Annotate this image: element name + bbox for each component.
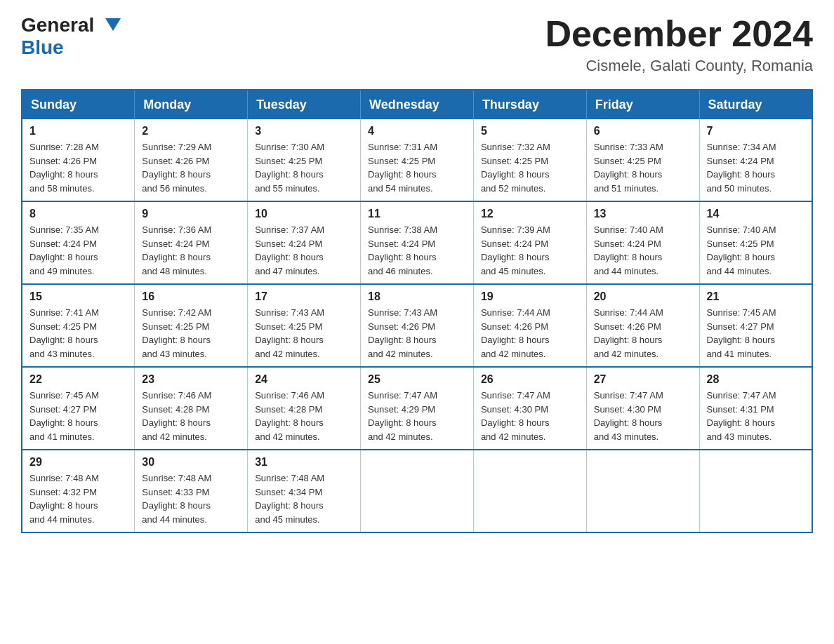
- header-monday: Monday: [135, 90, 248, 119]
- day-info: Sunrise: 7:47 AMSunset: 4:31 PMDaylight:…: [707, 389, 805, 443]
- week-row-2: 8Sunrise: 7:35 AMSunset: 4:24 PMDaylight…: [22, 201, 812, 284]
- day-info: Sunrise: 7:29 AMSunset: 4:26 PMDaylight:…: [142, 140, 240, 195]
- day-number: 31: [255, 456, 353, 469]
- day-info: Sunrise: 7:35 AMSunset: 4:24 PMDaylight:…: [29, 223, 127, 278]
- month-title: December 2024: [545, 14, 813, 54]
- day-cell: 30Sunrise: 7:48 AMSunset: 4:33 PMDayligh…: [135, 450, 248, 532]
- day-info: Sunrise: 7:28 AMSunset: 4:26 PMDaylight:…: [29, 140, 127, 195]
- day-cell: 6Sunrise: 7:33 AMSunset: 4:25 PMDaylight…: [586, 119, 699, 201]
- day-info: Sunrise: 7:37 AMSunset: 4:24 PMDaylight:…: [255, 223, 353, 278]
- day-info: Sunrise: 7:39 AMSunset: 4:24 PMDaylight:…: [481, 223, 579, 278]
- day-cell: 9Sunrise: 7:36 AMSunset: 4:24 PMDaylight…: [135, 201, 248, 284]
- day-info: Sunrise: 7:45 AMSunset: 4:27 PMDaylight:…: [29, 389, 127, 443]
- day-info: Sunrise: 7:43 AMSunset: 4:26 PMDaylight:…: [368, 306, 466, 361]
- day-cell: 2Sunrise: 7:29 AMSunset: 4:26 PMDaylight…: [135, 119, 248, 201]
- day-number: 21: [707, 290, 805, 303]
- week-row-5: 29Sunrise: 7:48 AMSunset: 4:32 PMDayligh…: [22, 450, 812, 532]
- day-cell: 31Sunrise: 7:48 AMSunset: 4:34 PMDayligh…: [248, 450, 361, 532]
- day-number: 24: [255, 373, 353, 386]
- logo: General Blue: [21, 14, 121, 59]
- day-info: Sunrise: 7:40 AMSunset: 4:25 PMDaylight:…: [707, 223, 805, 278]
- day-number: 7: [707, 125, 805, 137]
- day-number: 1: [29, 125, 127, 137]
- header-wednesday: Wednesday: [361, 90, 474, 119]
- day-number: 8: [29, 208, 127, 220]
- day-cell: 22Sunrise: 7:45 AMSunset: 4:27 PMDayligh…: [22, 367, 135, 450]
- day-cell: 19Sunrise: 7:44 AMSunset: 4:26 PMDayligh…: [473, 284, 586, 367]
- day-info: Sunrise: 7:48 AMSunset: 4:34 PMDaylight:…: [255, 471, 353, 526]
- day-cell: [361, 450, 474, 532]
- day-number: 9: [142, 208, 240, 220]
- day-cell: 7Sunrise: 7:34 AMSunset: 4:24 PMDaylight…: [699, 119, 812, 201]
- header-friday: Friday: [586, 90, 699, 119]
- day-number: 5: [481, 125, 579, 137]
- header-tuesday: Tuesday: [248, 90, 361, 119]
- day-cell: 29Sunrise: 7:48 AMSunset: 4:32 PMDayligh…: [22, 450, 135, 532]
- day-cell: 26Sunrise: 7:47 AMSunset: 4:30 PMDayligh…: [473, 367, 586, 450]
- day-number: 3: [255, 125, 353, 137]
- day-number: 30: [142, 456, 240, 469]
- day-cell: 3Sunrise: 7:30 AMSunset: 4:25 PMDaylight…: [248, 119, 361, 201]
- day-info: Sunrise: 7:46 AMSunset: 4:28 PMDaylight:…: [142, 389, 240, 443]
- day-cell: 24Sunrise: 7:46 AMSunset: 4:28 PMDayligh…: [248, 367, 361, 450]
- day-cell: 12Sunrise: 7:39 AMSunset: 4:24 PMDayligh…: [473, 201, 586, 284]
- day-cell: 25Sunrise: 7:47 AMSunset: 4:29 PMDayligh…: [361, 367, 474, 450]
- logo-general-text: General: [21, 14, 94, 36]
- header-saturday: Saturday: [699, 90, 812, 119]
- header-sunday: Sunday: [22, 90, 135, 119]
- day-number: 2: [142, 125, 240, 137]
- day-cell: 21Sunrise: 7:45 AMSunset: 4:27 PMDayligh…: [699, 284, 812, 367]
- day-cell: [473, 450, 586, 532]
- day-number: 17: [255, 290, 353, 303]
- day-number: 6: [594, 125, 692, 137]
- logo-blue-text: Blue: [21, 36, 64, 58]
- day-info: Sunrise: 7:31 AMSunset: 4:25 PMDaylight:…: [368, 140, 466, 195]
- day-info: Sunrise: 7:44 AMSunset: 4:26 PMDaylight:…: [481, 306, 579, 361]
- day-cell: 1Sunrise: 7:28 AMSunset: 4:26 PMDaylight…: [22, 119, 135, 201]
- day-info: Sunrise: 7:36 AMSunset: 4:24 PMDaylight:…: [142, 223, 240, 278]
- day-info: Sunrise: 7:47 AMSunset: 4:30 PMDaylight:…: [594, 389, 692, 443]
- day-info: Sunrise: 7:45 AMSunset: 4:27 PMDaylight:…: [707, 306, 805, 361]
- day-cell: 11Sunrise: 7:38 AMSunset: 4:24 PMDayligh…: [361, 201, 474, 284]
- day-cell: [586, 450, 699, 532]
- day-number: 14: [707, 208, 805, 220]
- day-number: 29: [29, 456, 127, 469]
- day-info: Sunrise: 7:43 AMSunset: 4:25 PMDaylight:…: [255, 306, 353, 361]
- day-cell: 17Sunrise: 7:43 AMSunset: 4:25 PMDayligh…: [248, 284, 361, 367]
- day-number: 19: [481, 290, 579, 303]
- day-number: 26: [481, 373, 579, 386]
- day-info: Sunrise: 7:46 AMSunset: 4:28 PMDaylight:…: [255, 389, 353, 443]
- day-number: 20: [594, 290, 692, 303]
- day-info: Sunrise: 7:47 AMSunset: 4:29 PMDaylight:…: [368, 389, 466, 443]
- day-cell: 10Sunrise: 7:37 AMSunset: 4:24 PMDayligh…: [248, 201, 361, 284]
- day-info: Sunrise: 7:40 AMSunset: 4:24 PMDaylight:…: [594, 223, 692, 278]
- day-info: Sunrise: 7:33 AMSunset: 4:25 PMDaylight:…: [594, 140, 692, 195]
- day-cell: 4Sunrise: 7:31 AMSunset: 4:25 PMDaylight…: [361, 119, 474, 201]
- day-cell: 5Sunrise: 7:32 AMSunset: 4:25 PMDaylight…: [473, 119, 586, 201]
- day-info: Sunrise: 7:41 AMSunset: 4:25 PMDaylight:…: [29, 306, 127, 361]
- week-row-3: 15Sunrise: 7:41 AMSunset: 4:25 PMDayligh…: [22, 284, 812, 367]
- day-cell: 15Sunrise: 7:41 AMSunset: 4:25 PMDayligh…: [22, 284, 135, 367]
- day-number: 10: [255, 208, 353, 220]
- day-info: Sunrise: 7:42 AMSunset: 4:25 PMDaylight:…: [142, 306, 240, 361]
- day-cell: 28Sunrise: 7:47 AMSunset: 4:31 PMDayligh…: [699, 367, 812, 450]
- day-number: 12: [481, 208, 579, 220]
- day-number: 16: [142, 290, 240, 303]
- day-number: 13: [594, 208, 692, 220]
- day-cell: 13Sunrise: 7:40 AMSunset: 4:24 PMDayligh…: [586, 201, 699, 284]
- day-cell: [699, 450, 812, 532]
- day-info: Sunrise: 7:30 AMSunset: 4:25 PMDaylight:…: [255, 140, 353, 195]
- location-subtitle: Cismele, Galati County, Romania: [545, 57, 813, 75]
- day-info: Sunrise: 7:48 AMSunset: 4:33 PMDaylight:…: [142, 471, 240, 526]
- page-header: General Blue December 2024 Cismele, Gala…: [21, 14, 813, 75]
- day-cell: 14Sunrise: 7:40 AMSunset: 4:25 PMDayligh…: [699, 201, 812, 284]
- day-cell: 8Sunrise: 7:35 AMSunset: 4:24 PMDaylight…: [22, 201, 135, 284]
- week-row-1: 1Sunrise: 7:28 AMSunset: 4:26 PMDaylight…: [22, 119, 812, 201]
- day-cell: 23Sunrise: 7:46 AMSunset: 4:28 PMDayligh…: [135, 367, 248, 450]
- header-row: SundayMondayTuesdayWednesdayThursdayFrid…: [22, 90, 812, 119]
- day-info: Sunrise: 7:48 AMSunset: 4:32 PMDaylight:…: [29, 471, 127, 526]
- title-area: December 2024 Cismele, Galati County, Ro…: [545, 14, 813, 75]
- calendar-table: SundayMondayTuesdayWednesdayThursdayFrid…: [21, 89, 813, 533]
- day-info: Sunrise: 7:44 AMSunset: 4:26 PMDaylight:…: [594, 306, 692, 361]
- day-number: 25: [368, 373, 466, 386]
